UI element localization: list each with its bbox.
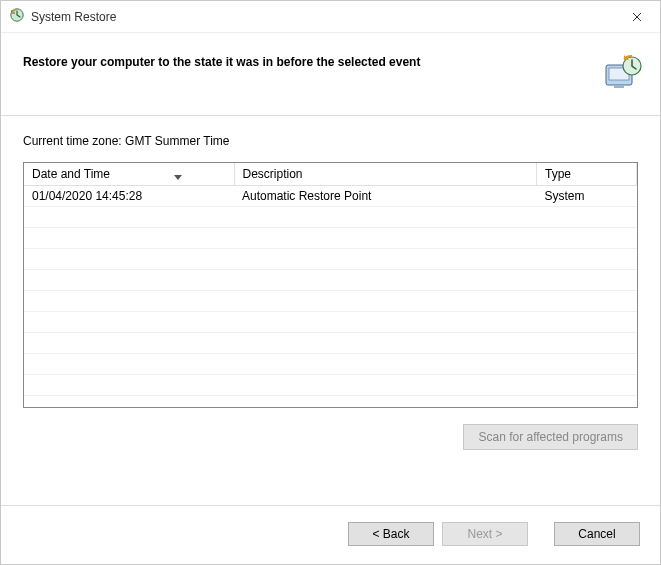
scan-affected-programs-button: Scan for affected programs [463,424,638,450]
column-header-description[interactable]: Description [234,163,537,186]
next-button: Next > [442,522,528,546]
table-row-empty [24,270,637,291]
content-area: Current time zone: GMT Summer Time Date … [1,115,660,505]
cancel-button[interactable]: Cancel [554,522,640,546]
table-row-empty [24,354,637,375]
close-icon [632,12,642,22]
cell-description: Automatic Restore Point [234,186,537,207]
sort-indicator-icon [174,169,182,183]
restore-points-table[interactable]: Date and Time Description Type 01/04/202… [23,162,638,408]
table-row-empty [24,291,637,312]
back-button[interactable]: < Back [348,522,434,546]
cell-date: 01/04/2020 14:45:28 [24,186,234,207]
footer: < Back Next > Cancel [1,505,660,564]
table-row-empty [24,249,637,270]
close-button[interactable] [614,1,660,33]
timezone-label: Current time zone: GMT Summer Time [23,134,638,148]
svg-rect-3 [614,85,624,88]
app-icon [9,7,25,26]
table-row-empty [24,312,637,333]
table-row[interactable]: 01/04/2020 14:45:28 Automatic Restore Po… [24,186,637,207]
header-area: Restore your computer to the state it wa… [1,33,660,115]
page-heading: Restore your computer to the state it wa… [23,55,590,69]
restore-icon [602,51,644,93]
table-row-empty [24,228,637,249]
cell-type: System [537,186,637,207]
column-header-date[interactable]: Date and Time [24,163,234,186]
window-title: System Restore [31,10,116,24]
table-row-empty [24,207,637,228]
column-header-type[interactable]: Type [537,163,637,186]
table-row-empty [24,375,637,396]
table-row-empty [24,333,637,354]
titlebar: System Restore [1,1,660,33]
